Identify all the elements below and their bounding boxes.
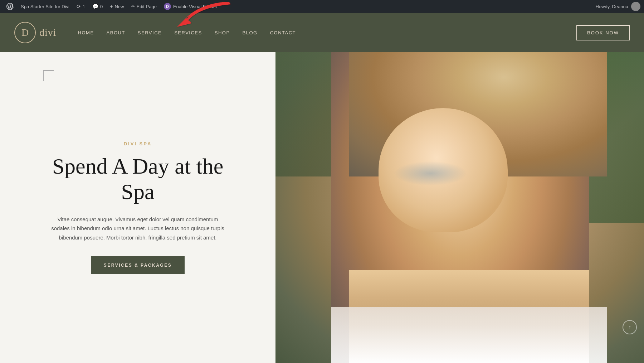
enable-visual-builder-button[interactable]: D Enable Visual Builder [161, 0, 220, 13]
hero-section: DIVI SPA Spend A Day at the Spa Vitae co… [0, 52, 275, 363]
updates-count: 1 [83, 4, 85, 9]
clothing-area [331, 307, 608, 363]
eye-highlight [394, 161, 467, 186]
nav-home[interactable]: HOME [78, 30, 94, 35]
nav-service[interactable]: SERVICE [138, 30, 162, 35]
logo-text: divi [39, 27, 57, 38]
logo-area[interactable]: D divi [14, 22, 57, 43]
wp-logo-button[interactable] [4, 0, 16, 13]
comment-icon: 💬 [92, 4, 98, 9]
nav-services[interactable]: SERVICES [174, 30, 202, 35]
edit-page-button[interactable]: ✏ Edit Page [128, 0, 160, 13]
update-icon: ⟳ [77, 4, 81, 9]
hero-description: Vitae consequat augue. Vivamus eget dolo… [48, 215, 227, 242]
nav-about[interactable]: ABOUT [107, 30, 125, 35]
user-avatar[interactable] [631, 2, 640, 11]
site-name: Spa Starter Site for Divi [21, 4, 69, 9]
site-name-button[interactable]: Spa Starter Site for Divi [18, 0, 72, 13]
decorative-bracket [43, 70, 54, 81]
logo-letter: D [21, 27, 29, 38]
comments-button[interactable]: 💬 0 [89, 0, 106, 13]
main-content: DIVI SPA Spend A Day at the Spa Vitae co… [0, 52, 644, 363]
new-button[interactable]: + New [107, 0, 127, 13]
visual-builder-label: Enable Visual Builder [173, 4, 217, 9]
admin-bar-left: Spa Starter Site for Divi ⟳ 1 💬 0 + New … [4, 0, 595, 13]
scroll-indicator[interactable]: ↑ [623, 320, 637, 334]
new-label: New [114, 4, 124, 9]
spa-bg: ↑ [275, 52, 644, 363]
services-packages-button[interactable]: SERVICES & PACKAGES [91, 256, 185, 274]
hero-content: DIVI SPA Spend A Day at the Spa Vitae co… [48, 141, 227, 274]
comments-count: 0 [100, 4, 103, 9]
divi-icon: D [164, 3, 171, 10]
plus-icon: + [110, 4, 113, 9]
howdy-text: Howdy, Deanna [595, 4, 628, 9]
book-now-button[interactable]: BOOK NOW [576, 25, 630, 40]
spa-label: DIVI SPA [48, 141, 227, 146]
site-header: D divi HOME ABOUT SERVICE SERVICES SHOP … [0, 13, 644, 52]
admin-bar: Spa Starter Site for Divi ⟳ 1 💬 0 + New … [0, 0, 644, 13]
wp-icon [6, 3, 14, 10]
edit-page-label: Edit Page [137, 4, 157, 9]
logo-circle: D [14, 22, 36, 43]
nav-shop[interactable]: SHOP [215, 30, 230, 35]
main-navigation: HOME ABOUT SERVICE SERVICES SHOP BLOG CO… [78, 30, 576, 35]
nav-contact[interactable]: CONTACT [270, 30, 296, 35]
admin-bar-right: Howdy, Deanna [595, 2, 640, 11]
hero-title: Spend A Day at the Spa [48, 154, 227, 205]
hero-image: ↑ [275, 52, 644, 363]
pencil-icon: ✏ [131, 4, 135, 9]
updates-button[interactable]: ⟳ 1 [74, 0, 88, 13]
nav-blog[interactable]: BLOG [243, 30, 258, 35]
